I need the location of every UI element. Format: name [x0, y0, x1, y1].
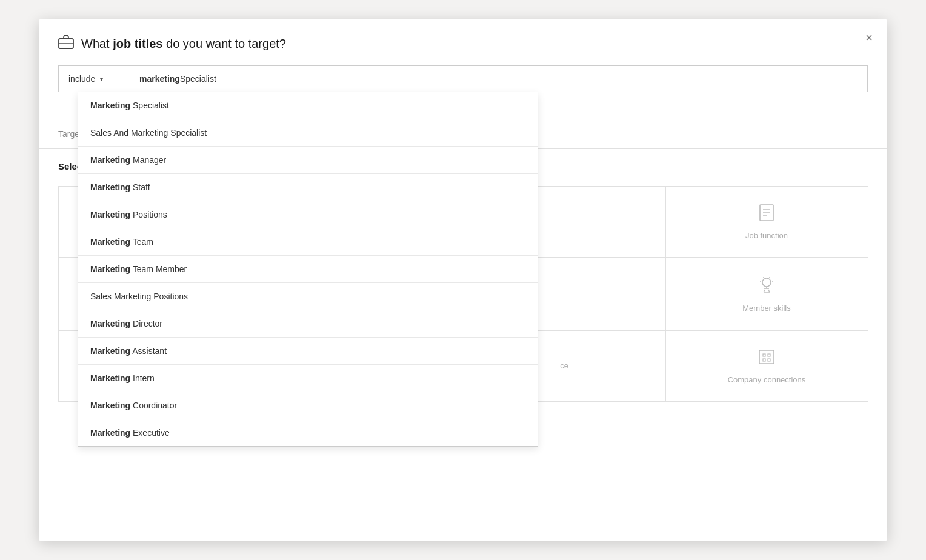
suggestion-item[interactable]: Marketing Positions: [78, 201, 538, 228]
member-skills-label: Member skills: [742, 304, 790, 313]
targeting-cell-job-function[interactable]: Job function: [665, 186, 868, 258]
suggestions-list: Marketing SpecialistSales And Marketing …: [78, 92, 538, 446]
ce-label: ce: [560, 361, 568, 370]
company-connections-icon: [758, 348, 776, 370]
search-row: include ▾ marketing Specialist Marketing…: [58, 65, 868, 92]
include-label: include: [68, 74, 95, 84]
svg-point-13: [762, 278, 771, 287]
job-function-label: Job function: [745, 231, 788, 240]
search-typed-bold: marketing: [139, 74, 180, 84]
suggestion-item[interactable]: Sales Marketing Positions: [78, 283, 538, 310]
modal: What job titles do you want to target? ×…: [39, 19, 887, 541]
svg-point-21: [760, 281, 761, 282]
member-skills-icon: [758, 275, 775, 299]
search-input[interactable]: marketing Specialist: [131, 65, 868, 92]
suggestion-item[interactable]: Marketing Team: [78, 228, 538, 256]
suggestion-item[interactable]: Marketing Specialist: [78, 92, 538, 119]
svg-rect-30: [768, 359, 770, 361]
modal-title: What job titles do you want to target?: [58, 34, 286, 53]
suggestion-item[interactable]: Marketing Manager: [78, 147, 538, 174]
title-text: What job titles do you want to target?: [81, 37, 286, 51]
targeting-cell-company-connections[interactable]: Company connections: [665, 330, 868, 402]
dropdown-chevron-icon: ▾: [100, 76, 103, 82]
company-connections-label: Company connections: [728, 375, 806, 384]
svg-rect-26: [759, 350, 774, 364]
targeting-cell-member-skills[interactable]: Member skills: [665, 258, 868, 330]
suggestion-item[interactable]: Sales And Marketing Specialist: [78, 119, 538, 147]
suggestion-item[interactable]: Marketing Assistant: [78, 338, 538, 365]
close-button[interactable]: ×: [865, 32, 873, 44]
job-function-icon: [758, 204, 775, 226]
svg-point-22: [772, 281, 773, 282]
search-typed-rest: Specialist: [180, 74, 216, 84]
suggestion-item[interactable]: Marketing Staff: [78, 174, 538, 201]
svg-rect-28: [768, 354, 770, 356]
briefcase-icon: [58, 34, 74, 53]
svg-rect-27: [763, 354, 765, 356]
suggestion-item[interactable]: Marketing Director: [78, 310, 538, 338]
svg-point-19: [763, 277, 764, 278]
suggestions-dropdown: Marketing SpecialistSales And Marketing …: [78, 92, 538, 447]
svg-rect-29: [763, 359, 765, 361]
suggestion-item[interactable]: Marketing Executive: [78, 419, 538, 446]
modal-header: What job titles do you want to target? ×: [39, 19, 887, 65]
include-dropdown[interactable]: include ▾: [58, 65, 131, 92]
suggestion-item[interactable]: Marketing Intern: [78, 365, 538, 392]
svg-point-20: [769, 277, 770, 278]
suggestion-item[interactable]: Marketing Team Member: [78, 256, 538, 283]
suggestion-item[interactable]: Marketing Coordinator: [78, 392, 538, 419]
